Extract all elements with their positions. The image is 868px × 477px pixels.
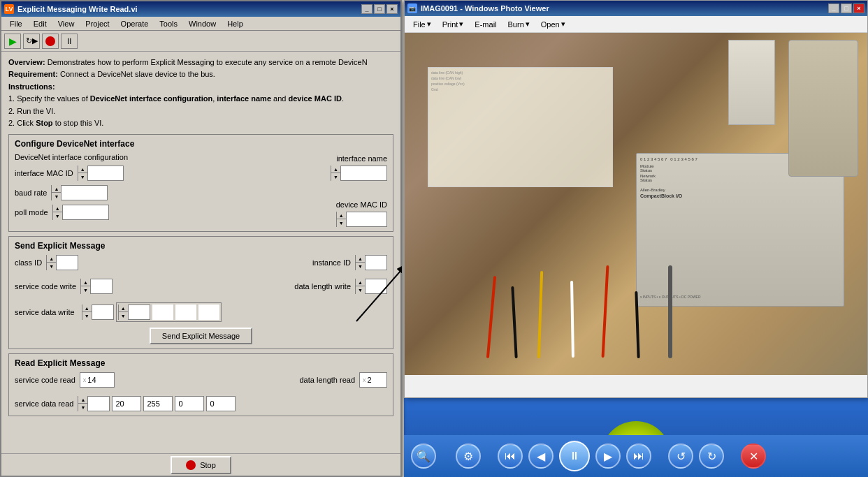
sdata-read-0-input[interactable]: 0 <box>88 397 109 411</box>
run-button[interactable]: ▶ <box>4 34 21 49</box>
menu-file[interactable]: File <box>4 18 28 29</box>
sdata-write-0-control[interactable]: ▲ ▼ 0 <box>82 304 114 320</box>
poll-mode-control[interactable]: ▲ ▼ Automatic <box>52 205 109 220</box>
poll-mode-spinners[interactable]: ▲ ▼ <box>53 205 63 220</box>
instance-id-input[interactable]: 1 <box>366 256 386 270</box>
data-length-write-up[interactable]: ▲ <box>356 279 365 286</box>
interface-mac-down[interactable]: ▼ <box>78 173 87 181</box>
instance-id-down[interactable]: ▼ <box>356 263 365 270</box>
sdata-read-0-up[interactable]: ▲ <box>78 396 87 404</box>
baud-rate-up[interactable]: ▲ <box>52 185 61 193</box>
sdata-write-2-input[interactable]: 0 <box>152 305 173 319</box>
device-mac-up[interactable]: ▲ <box>337 212 346 219</box>
data-length-write-down[interactable]: ▼ <box>356 286 365 294</box>
baud-rate-spinners[interactable]: ▲ ▼ <box>52 185 62 200</box>
baud-rate-down[interactable]: ▼ <box>52 193 61 200</box>
device-mac-control[interactable]: ▲ ▼ 2 <box>336 212 387 227</box>
sdata-write-3-control[interactable]: 0 <box>175 304 196 320</box>
menu-project[interactable]: Project <box>80 18 115 29</box>
sdata-read-0-down[interactable]: ▼ <box>78 404 87 411</box>
pause-button[interactable]: ⏸ <box>61 34 78 49</box>
send-explicit-message-button[interactable]: Send Explicit Message <box>150 328 252 344</box>
pv-menu-email[interactable]: E-mail <box>470 19 500 30</box>
class-id-control[interactable]: ▲ ▼ 1 <box>46 255 78 270</box>
poll-mode-input[interactable]: Automatic <box>63 205 108 219</box>
sdata-write-0-up[interactable]: ▲ <box>82 304 92 312</box>
abort-button[interactable] <box>42 34 59 49</box>
pv-minimize-button[interactable]: _ <box>828 3 839 13</box>
instance-id-control[interactable]: ▲ ▼ 1 <box>355 255 387 270</box>
interface-name-up[interactable]: ▲ <box>331 166 340 173</box>
interface-mac-up[interactable]: ▲ <box>78 166 87 173</box>
sdata-read-0-control[interactable]: ▲ ▼ 0 <box>78 396 110 411</box>
interface-name-input[interactable]: dnet0 <box>341 166 386 180</box>
stop-button[interactable]: Stop <box>171 456 231 474</box>
device-mac-input[interactable]: 2 <box>347 212 382 226</box>
close-button[interactable]: × <box>386 4 398 14</box>
pv-close-button[interactable]: × <box>853 3 865 13</box>
menu-help[interactable]: Help <box>222 18 249 29</box>
delete-button[interactable]: ✕ <box>741 443 766 469</box>
class-id-down[interactable]: ▼ <box>47 263 56 270</box>
interface-mac-control[interactable]: ▲ ▼ 1 <box>78 166 124 181</box>
poll-mode-up[interactable]: ▲ <box>53 205 62 212</box>
maximize-button[interactable]: □ <box>374 4 385 14</box>
minimize-button[interactable]: _ <box>361 4 372 14</box>
interface-name-control[interactable]: ▲ ▼ dnet0 <box>331 166 387 181</box>
menu-window[interactable]: Window <box>183 18 222 29</box>
pv-menu-open[interactable]: Open ▾ <box>537 18 570 30</box>
next-button[interactable]: ▶ <box>595 443 621 469</box>
service-code-write-input[interactable]: E <box>91 279 112 293</box>
class-id-spinners[interactable]: ▲ ▼ <box>47 255 57 270</box>
first-button[interactable]: ⏮ <box>498 443 523 469</box>
sdata-write-1-spinners[interactable]: ▲ ▼ <box>119 304 129 320</box>
sdata-write-3-input[interactable]: 0 <box>175 305 196 319</box>
poll-mode-down[interactable]: ▼ <box>53 212 62 220</box>
baud-rate-control[interactable]: ▲ ▼ 500000 <box>51 185 108 200</box>
sdata-write-1-up[interactable]: ▲ <box>119 304 128 312</box>
rotate-left-button[interactable]: ↺ <box>668 443 693 469</box>
data-length-write-control[interactable]: ▲ ▼ 1 <box>355 279 387 294</box>
class-id-up[interactable]: ▲ <box>47 255 56 263</box>
data-length-write-input[interactable]: 1 <box>366 279 386 293</box>
instance-id-up[interactable]: ▲ <box>356 255 365 263</box>
sdata-write-1-input[interactable]: 0 <box>129 305 150 319</box>
menu-tools[interactable]: Tools <box>154 18 183 29</box>
sdata-write-4-input[interactable]: 0 <box>198 305 219 319</box>
interface-name-down[interactable]: ▼ <box>331 173 340 181</box>
play-button[interactable]: ⏸ <box>559 441 590 471</box>
menu-view[interactable]: View <box>52 18 80 29</box>
sdata-write-0-spinners[interactable]: ▲ ▼ <box>82 304 92 320</box>
class-id-input[interactable]: 1 <box>57 256 78 270</box>
sdata-write-0-input[interactable]: 0 <box>92 305 113 319</box>
service-code-write-down[interactable]: ▼ <box>81 286 90 294</box>
menu-operate[interactable]: Operate <box>115 18 154 29</box>
service-code-write-control[interactable]: ▲ ▼ E <box>80 279 113 294</box>
data-length-write-spinners[interactable]: ▲ ▼ <box>356 279 366 294</box>
menu-edit[interactable]: Edit <box>28 18 52 29</box>
instance-id-spinners[interactable]: ▲ ▼ <box>356 255 366 270</box>
pv-menu-print[interactable]: Print ▾ <box>438 18 468 30</box>
interface-mac-spinners[interactable]: ▲ ▼ <box>78 166 88 181</box>
sdata-write-2-control[interactable]: 0 <box>152 304 173 320</box>
service-code-write-up[interactable]: ▲ <box>81 279 90 286</box>
pv-menu-burn[interactable]: Burn ▾ <box>504 18 534 30</box>
device-mac-down[interactable]: ▼ <box>337 219 346 227</box>
zoom-button[interactable]: 🔍 <box>411 443 436 469</box>
prev-button[interactable]: ◀ <box>528 443 554 469</box>
device-mac-spinners[interactable]: ▲ ▼ <box>337 212 347 227</box>
sdata-write-4-control[interactable]: 0 <box>198 304 219 320</box>
sdata-write-1-down[interactable]: ▼ <box>119 312 128 320</box>
sdata-write-0-down[interactable]: ▼ <box>82 312 92 320</box>
sdata-write-1-control[interactable]: ▲ ▼ 0 <box>118 304 150 320</box>
sdata-read-0-spinners[interactable]: ▲ ▼ <box>78 396 88 411</box>
service-code-write-spinners[interactable]: ▲ ▼ <box>81 279 91 294</box>
pv-maximize-button[interactable]: □ <box>841 3 852 13</box>
interface-mac-input[interactable]: 1 <box>88 166 123 180</box>
run-continuously-button[interactable]: ↻▶ <box>23 34 40 49</box>
interface-name-spinners[interactable]: ▲ ▼ <box>331 166 341 181</box>
last-button[interactable]: ⏭ <box>626 443 651 469</box>
rotate-right-button[interactable]: ↻ <box>699 443 724 469</box>
settings-button[interactable]: ⚙ <box>456 443 481 469</box>
baud-rate-input[interactable]: 500000 <box>62 186 107 200</box>
